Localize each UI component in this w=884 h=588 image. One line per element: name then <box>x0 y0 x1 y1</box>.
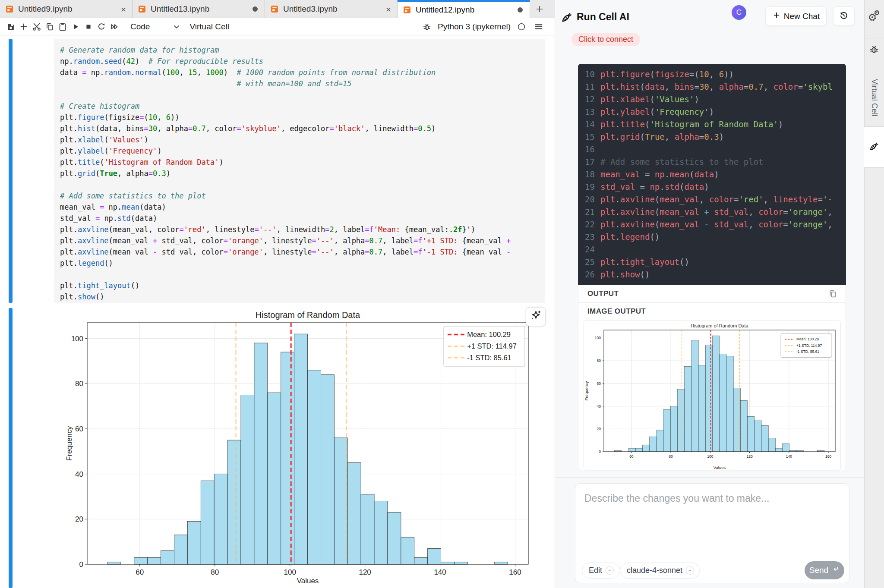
notebook-file-icon <box>403 6 411 14</box>
unsaved-dot-icon[interactable] <box>253 6 258 12</box>
return-arrow-icon <box>831 565 840 575</box>
rail-virtual-cell-label[interactable]: Virtual Cell <box>864 69 884 126</box>
svg-text:-1 STD: 85.61: -1 STD: 85.61 <box>796 349 819 354</box>
svg-text:60: 60 <box>597 381 601 386</box>
send-label: Send <box>809 566 828 575</box>
tab-label: Untitled3.ipynb <box>283 4 384 14</box>
svg-text:Histogram of Random Data: Histogram of Random Data <box>256 310 360 320</box>
histogram-output-figure: 6080100120140160020406080100Histogram of… <box>65 307 535 587</box>
svg-text:0: 0 <box>599 450 601 454</box>
rail-divider <box>864 38 884 38</box>
rail-run-cell-ai-tab[interactable] <box>864 126 884 168</box>
sparkle-icon <box>530 310 542 324</box>
tab-label: Untitled13.ipynb <box>151 4 253 14</box>
close-icon[interactable]: × <box>119 5 128 14</box>
code-cell-collapser[interactable] <box>9 39 13 303</box>
tab-untitled12-ipynb[interactable]: Untitled12.ipynb <box>398 0 530 18</box>
stop-icon[interactable] <box>83 22 94 32</box>
svg-text:Values: Values <box>714 465 726 470</box>
svg-text:60: 60 <box>629 454 634 459</box>
save-icon[interactable] <box>6 22 16 32</box>
chevron-up-icon <box>606 566 614 575</box>
svg-text:Frequency: Frequency <box>584 381 589 400</box>
tab-untitled9-ipynb[interactable]: Untitled9.ipynb× <box>0 0 133 18</box>
chat-history-button[interactable] <box>833 6 855 26</box>
new-chat-label: New Chat <box>784 12 820 21</box>
model-dropdown[interactable]: claude-4-sonnet <box>620 563 700 579</box>
notebook-file-icon <box>138 5 146 13</box>
svg-text:Mean: 100.29: Mean: 100.29 <box>796 337 819 341</box>
hamburger-menu-icon[interactable] <box>534 22 544 32</box>
output-cell-collapser[interactable] <box>9 308 13 588</box>
fast-forward-icon[interactable] <box>109 22 120 32</box>
svg-text:80: 80 <box>75 380 83 388</box>
tab-label: Untitled12.ipynb <box>416 5 518 15</box>
edit-mode-label: Edit <box>589 566 602 575</box>
new-tab-button[interactable] <box>532 1 547 17</box>
notebook-file-icon <box>270 5 279 13</box>
svg-text:20: 20 <box>75 515 83 523</box>
svg-text:60: 60 <box>75 425 83 433</box>
svg-text:0: 0 <box>79 560 83 569</box>
svg-text:100: 100 <box>707 454 713 459</box>
settings-gears-icon[interactable] <box>864 8 884 23</box>
bug-icon[interactable] <box>864 41 884 57</box>
model-label: claude-4-sonnet <box>627 566 682 575</box>
tab-untitled13-ipynb[interactable]: Untitled13.ipynb <box>133 0 265 18</box>
connect-status-badge[interactable]: Click to connect <box>571 33 640 46</box>
send-button[interactable]: Send <box>805 561 844 579</box>
svg-text:140: 140 <box>786 454 792 459</box>
code-cell-editor[interactable]: # Generate random data for histogramnp.r… <box>54 39 545 303</box>
new-chat-button[interactable]: New Chat <box>765 6 827 26</box>
toolbar-right-group: Python 3 (ipykernel) <box>420 22 545 32</box>
carrot-icon <box>868 141 880 154</box>
svg-text:+1 STD: 114.97: +1 STD: 114.97 <box>796 343 822 348</box>
svg-text:160: 160 <box>509 568 521 576</box>
plus-icon <box>772 11 781 22</box>
cell-type-dropdown[interactable]: Code <box>130 22 150 31</box>
output-section-header: OUTPUT <box>578 285 846 303</box>
svg-text:Mean: 100.29: Mean: 100.29 <box>467 330 511 338</box>
svg-text:60: 60 <box>136 568 144 576</box>
svg-text:100: 100 <box>284 568 296 576</box>
tab-label: Untitled9.ipynb <box>18 4 119 14</box>
close-icon[interactable]: × <box>384 5 393 14</box>
svg-text:40: 40 <box>597 404 601 409</box>
prompt-input[interactable] <box>584 493 839 549</box>
svg-text:120: 120 <box>746 454 752 459</box>
copy-icon[interactable] <box>827 288 838 299</box>
svg-text:-1 STD: 85.61: -1 STD: 85.61 <box>467 354 511 362</box>
panel-divider <box>555 477 864 478</box>
svg-text:40: 40 <box>75 470 83 478</box>
run-icon[interactable] <box>70 22 81 32</box>
chevron-down-icon[interactable] <box>172 22 181 31</box>
svg-text:140: 140 <box>434 568 446 576</box>
notebook-file-icon <box>5 5 14 13</box>
kernel-name[interactable]: Python 3 (ipykernel) <box>438 22 511 31</box>
unsaved-dot-icon[interactable] <box>518 7 523 13</box>
svg-text:120: 120 <box>359 568 371 576</box>
paste-icon[interactable] <box>57 22 68 32</box>
chevron-up-icon <box>686 566 694 575</box>
assistant-code-preview[interactable]: 10plt.figure(figsize=(10, 6))11plt.hist(… <box>578 64 846 285</box>
sparkle-ai-button[interactable] <box>526 307 546 326</box>
virtual-cell-toolbar-label: Virtual Cell <box>189 22 229 31</box>
debugger-bug-icon[interactable] <box>422 22 432 32</box>
cut-icon[interactable] <box>32 22 42 32</box>
svg-text:Histogram of Random Data: Histogram of Random Data <box>691 323 748 328</box>
edit-mode-dropdown[interactable]: Edit <box>582 563 619 579</box>
tab-bar: Untitled9.ipynb×Untitled13.ipynbUntitled… <box>0 0 555 18</box>
tab-untitled3-ipynb[interactable]: Untitled3.ipynb× <box>265 0 398 18</box>
avatar[interactable]: C <box>732 5 746 20</box>
history-clock-icon <box>839 11 849 22</box>
notebook-toolbar: Code Virtual Cell Python 3 (ipykernel) <box>0 18 555 35</box>
svg-text:80: 80 <box>597 358 601 363</box>
add-icon[interactable] <box>19 22 29 32</box>
copy-icon[interactable] <box>44 22 55 32</box>
svg-text:20: 20 <box>597 427 601 431</box>
svg-text:160: 160 <box>825 454 831 459</box>
notebook-scroll-area: # Generate random data for histogramnp.r… <box>0 35 555 588</box>
restart-icon[interactable] <box>96 22 107 32</box>
kernel-status-icon[interactable] <box>516 22 527 32</box>
toolbar-icon-group <box>4 22 121 32</box>
